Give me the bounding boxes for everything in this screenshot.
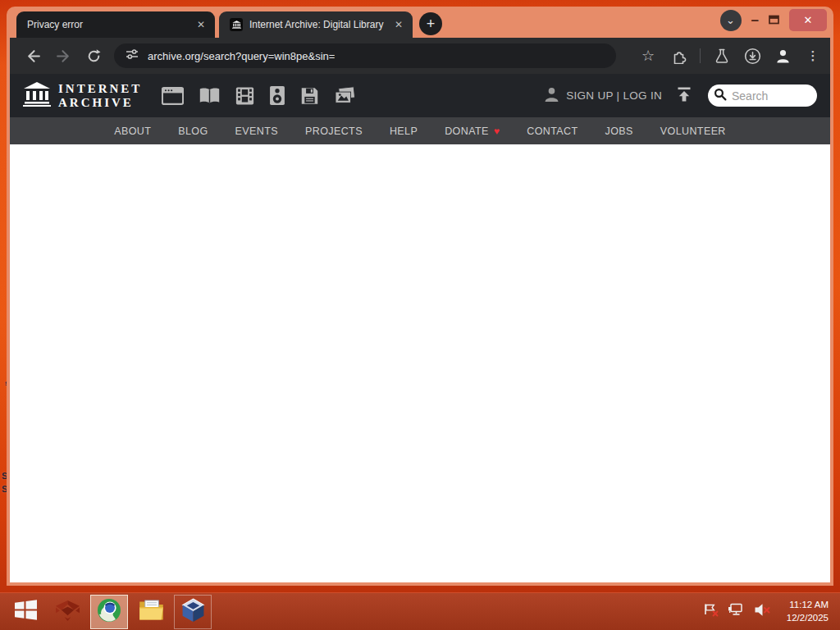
nav-label: DONATE bbox=[445, 126, 489, 137]
web-icon[interactable] bbox=[162, 87, 184, 105]
page-content: INTERNET ARCHIVE bbox=[10, 74, 830, 582]
action-center-flag-icon[interactable] bbox=[703, 603, 719, 620]
nav-jobs[interactable]: JOBS bbox=[605, 126, 633, 137]
close-button[interactable]: ✕ bbox=[789, 9, 827, 31]
media-type-icons bbox=[162, 85, 356, 106]
windows-logo-icon bbox=[15, 599, 37, 624]
browser-app-icon bbox=[96, 597, 122, 627]
auth-area: SIGN UP | LOG IN bbox=[544, 84, 817, 107]
forward-icon[interactable] bbox=[53, 46, 73, 66]
nav-label: PROJECTS bbox=[305, 126, 363, 137]
wordmark-line2: ARCHIVE bbox=[58, 96, 142, 109]
site-info-icon[interactable] bbox=[126, 48, 139, 64]
clock-time: 11:12 AM bbox=[787, 599, 829, 612]
nav-projects[interactable]: PROJECTS bbox=[305, 126, 363, 137]
volume-muted-icon[interactable] bbox=[754, 603, 771, 620]
nav-label: HELP bbox=[390, 126, 418, 137]
window-controls: ⌄ – ✕ bbox=[720, 9, 829, 31]
nav-label: EVENTS bbox=[235, 126, 278, 137]
downloads-icon[interactable] bbox=[743, 47, 761, 65]
maximize-button[interactable] bbox=[769, 13, 779, 28]
tab-strip: Privacy error ✕ Internet Archive: Digita… bbox=[10, 7, 830, 38]
address-bar[interactable]: archive.org/search?query=win8pe&sin= bbox=[114, 43, 616, 68]
back-icon[interactable] bbox=[23, 46, 43, 66]
file-explorer-button[interactable] bbox=[132, 595, 170, 629]
system-tray: 11:12 AM 12/2/2025 bbox=[703, 599, 833, 624]
taskbar-clock[interactable]: 11:12 AM 12/2/2025 bbox=[787, 599, 829, 624]
nav-label: CONTACT bbox=[527, 126, 578, 137]
virtualbox-button[interactable] bbox=[174, 595, 212, 629]
new-tab-button[interactable]: + bbox=[419, 12, 442, 35]
nav-label: ABOUT bbox=[114, 126, 151, 137]
nav-label: BLOG bbox=[178, 126, 208, 137]
red-box-app-icon bbox=[54, 598, 81, 625]
nav-label: JOBS bbox=[605, 126, 633, 137]
site-nav: ABOUT BLOG EVENTS PROJECTS HELP DONATE♥ … bbox=[10, 117, 830, 144]
red-box-app-button[interactable] bbox=[48, 595, 86, 629]
texts-icon[interactable] bbox=[199, 87, 221, 105]
images-icon[interactable] bbox=[334, 86, 356, 105]
tab-title: Internet Archive: Digital Library bbox=[249, 19, 391, 30]
browser-toolbar: archive.org/search?query=win8pe&sin= ☆ ⋮ bbox=[10, 38, 830, 74]
upload-icon[interactable] bbox=[675, 86, 693, 106]
nav-events[interactable]: EVENTS bbox=[235, 126, 278, 137]
toolbar-right-icons: ☆ ⋮ bbox=[639, 47, 822, 65]
search-input[interactable] bbox=[732, 89, 810, 103]
video-icon[interactable] bbox=[235, 86, 254, 106]
clock-date: 12/2/2025 bbox=[787, 612, 829, 625]
nav-volunteer[interactable]: VOLUNTEER bbox=[660, 126, 726, 137]
software-icon[interactable] bbox=[300, 86, 319, 106]
tab-close-icon[interactable]: ✕ bbox=[194, 17, 208, 32]
tab-title: Privacy error bbox=[27, 19, 194, 30]
user-icon bbox=[544, 87, 559, 105]
nav-about[interactable]: ABOUT bbox=[114, 126, 151, 137]
internet-archive-favicon bbox=[230, 18, 243, 31]
reload-icon[interactable] bbox=[84, 46, 103, 66]
nav-contact[interactable]: CONTACT bbox=[527, 126, 578, 137]
bookmark-star-icon[interactable]: ☆ bbox=[639, 47, 657, 65]
tab-search-button[interactable]: ⌄ bbox=[720, 10, 742, 31]
taskbar: 11:12 AM 12/2/2025 bbox=[0, 592, 840, 630]
search-icon bbox=[714, 88, 727, 104]
file-explorer-icon bbox=[138, 599, 165, 624]
start-button[interactable] bbox=[7, 595, 44, 629]
internet-archive-logo-icon[interactable] bbox=[23, 82, 51, 110]
network-icon[interactable] bbox=[728, 603, 745, 620]
toolbar-divider bbox=[700, 48, 701, 63]
virtualbox-icon bbox=[180, 597, 206, 626]
signup-login-link[interactable]: SIGN UP | LOG IN bbox=[566, 89, 662, 102]
nav-donate[interactable]: DONATE♥ bbox=[445, 126, 500, 137]
nav-blog[interactable]: BLOG bbox=[178, 126, 208, 137]
nav-label: VOLUNTEER bbox=[660, 126, 726, 137]
profile-icon[interactable] bbox=[774, 47, 792, 65]
browser-app-button[interactable] bbox=[90, 595, 128, 629]
labs-flask-icon[interactable] bbox=[713, 47, 731, 65]
menu-kebab-icon[interactable]: ⋮ bbox=[804, 47, 822, 65]
wordmark-line1: INTERNET bbox=[58, 82, 142, 95]
internet-archive-header: INTERNET ARCHIVE bbox=[10, 74, 830, 117]
url-text: archive.org/search?query=win8pe&sin= bbox=[148, 50, 335, 62]
site-search-box[interactable] bbox=[708, 84, 817, 107]
audio-icon[interactable] bbox=[269, 85, 285, 106]
tab-close-icon[interactable]: ✕ bbox=[391, 17, 406, 32]
blank-page-body bbox=[10, 144, 830, 582]
browser-window: Privacy error ✕ Internet Archive: Digita… bbox=[7, 7, 833, 586]
extensions-icon[interactable] bbox=[669, 47, 687, 65]
nav-help[interactable]: HELP bbox=[390, 126, 418, 137]
donate-heart-icon: ♥ bbox=[494, 126, 500, 137]
internet-archive-wordmark[interactable]: INTERNET ARCHIVE bbox=[58, 82, 142, 108]
tab-privacy-error[interactable]: Privacy error ✕ bbox=[16, 11, 215, 38]
tab-internet-archive[interactable]: Internet Archive: Digital Library ✕ bbox=[219, 11, 413, 38]
minimize-button[interactable]: – bbox=[751, 16, 759, 25]
